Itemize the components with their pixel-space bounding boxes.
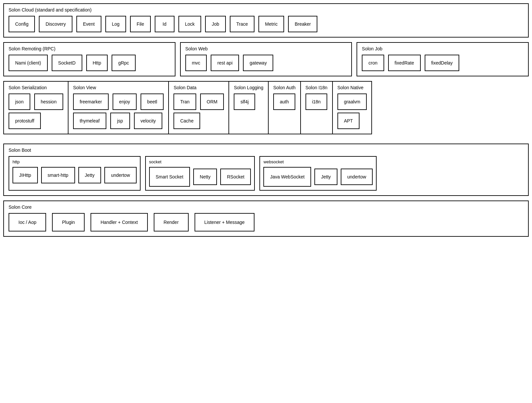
- solon-job-items: cron fixedRate fixedDelay: [362, 55, 523, 71]
- item-hession: hession: [34, 94, 63, 110]
- solon-data-title: Solon Data: [173, 85, 224, 90]
- item-mvc: mvc: [185, 55, 207, 71]
- item-fixedrate: fixedRate: [388, 55, 421, 71]
- item-json: json: [9, 94, 30, 110]
- boot-websocket-items: Java WebSocket Jetty undertow: [263, 167, 373, 187]
- solon-remoting-section: Solon Remoting (RPC) Nami (client) Socke…: [3, 42, 175, 76]
- item-jsp: jsp: [110, 113, 130, 129]
- item-i18n: i18n: [306, 94, 327, 110]
- item-http: Http: [86, 55, 108, 71]
- boot-socket-title: socket: [149, 159, 251, 164]
- solon-web-section: Solon Web mvc rest api gateway: [180, 42, 352, 76]
- solon-boot-groups: http JIHttp smart-http Jetty undertow so…: [9, 156, 523, 191]
- solon-serialization-section: Solon Serialization json hession protost…: [3, 81, 68, 134]
- item-smart-http: smart-http: [41, 167, 75, 183]
- solon-view-items: freemarker enjoy beetl thymeleaf jsp vel…: [73, 94, 164, 129]
- item-auth: auth: [273, 94, 295, 110]
- solon-native-title: Solon Native: [337, 85, 367, 90]
- item-undertow-http: undertow: [104, 167, 137, 183]
- solon-core-section: Solon Core Ioc / Aop Plugin Handler + Co…: [3, 201, 529, 237]
- solon-job-section: Solon Job cron fixedRate fixedDelay: [357, 42, 529, 76]
- boot-http-title: http: [13, 159, 137, 164]
- solon-data-items: Tran ORM Cache: [173, 94, 224, 129]
- solon-view-section: Solon View freemarker enjoy beetl thymel…: [68, 81, 169, 134]
- item-undertow-ws: undertow: [341, 169, 373, 185]
- item-jihttp: JIHttp: [13, 167, 38, 183]
- item-jetty-http: Jetty: [78, 167, 101, 183]
- solon-logging-title: Solon Logging: [234, 85, 263, 90]
- item-velocity: velocity: [134, 113, 163, 129]
- item-socketd: SocketD: [52, 55, 82, 71]
- item-restapi: rest api: [211, 55, 239, 71]
- item-lock: Lock: [178, 16, 201, 32]
- solon-serialization-title: Solon Serialization: [9, 85, 63, 90]
- item-handler-context: Handler + Context: [91, 213, 147, 231]
- boot-http-items: JIHttp smart-http Jetty undertow: [13, 167, 137, 183]
- item-render: Render: [154, 213, 189, 231]
- item-java-websocket: Java WebSocket: [263, 167, 311, 187]
- item-cache: Cache: [173, 113, 200, 129]
- solon-native-section: Solon Native graalvm APT: [332, 81, 372, 134]
- boot-websocket-title: websocket: [263, 159, 373, 164]
- row2-container: Solon Remoting (RPC) Nami (client) Socke…: [3, 42, 529, 76]
- solon-view-title: Solon View: [73, 85, 164, 90]
- solon-remoting-items: Nami (client) SocketD Http gRpc: [9, 55, 170, 71]
- item-gateway: gateway: [243, 55, 273, 71]
- item-config: Config: [9, 16, 35, 32]
- item-protostuff: protostuff: [9, 113, 41, 129]
- item-job: Job: [205, 16, 226, 32]
- item-rsocket: RSocket: [220, 169, 251, 185]
- item-beetl: beetl: [141, 94, 164, 110]
- item-file: File: [130, 16, 151, 32]
- item-cron: cron: [362, 55, 384, 71]
- item-id: Id: [155, 16, 174, 32]
- item-tran: Tran: [173, 94, 196, 110]
- item-nami: Nami (client): [9, 55, 48, 71]
- solon-core-title: Solon Core: [9, 204, 523, 210]
- boot-http-group: http JIHttp smart-http Jetty undertow: [9, 156, 141, 191]
- solon-i18n-section: Solon I18n i18n: [300, 81, 332, 134]
- solon-boot-title: Solon Boot: [9, 148, 523, 153]
- boot-websocket-group: websocket Java WebSocket Jetty undertow: [259, 156, 377, 191]
- solon-i18n-items: i18n: [306, 94, 328, 110]
- item-ioc-aop: Ioc / Aop: [9, 213, 46, 231]
- solon-logging-section: Solon Logging slf4j: [228, 81, 268, 134]
- solon-cloud-items: Config Discovery Event Log File Id Lock …: [9, 16, 523, 32]
- solon-logging-items: slf4j: [234, 94, 263, 110]
- solon-auth-items: auth: [273, 94, 296, 110]
- item-graalvm: graalvm: [337, 94, 367, 110]
- item-jetty-ws: Jetty: [314, 169, 337, 185]
- solon-serialization-items: json hession protostuff: [9, 94, 63, 129]
- boot-socket-items: Smart Socket Netty RSocket: [149, 167, 251, 187]
- item-event: Event: [76, 16, 101, 32]
- solon-data-section: Solon Data Tran ORM Cache: [168, 81, 228, 134]
- item-metric: Metric: [258, 16, 284, 32]
- solon-cloud-section: Solon Cloud (standard and specification)…: [3, 3, 529, 38]
- solon-native-items: graalvm APT: [337, 94, 367, 129]
- solon-cloud-title: Solon Cloud (standard and specification): [9, 7, 523, 13]
- solon-job-title: Solon Job: [362, 46, 523, 51]
- solon-boot-section: Solon Boot http JIHttp smart-http Jetty …: [3, 144, 529, 196]
- item-fixeddelay: fixedDelay: [425, 55, 459, 71]
- solon-web-title: Solon Web: [185, 46, 347, 51]
- item-listener-message: Listener + Message: [195, 213, 255, 231]
- item-discovery: Discovery: [39, 16, 72, 32]
- solon-auth-title: Solon Auth: [273, 85, 296, 90]
- item-plugin: Plugin: [52, 213, 85, 231]
- item-freemarker: freemarker: [73, 94, 109, 110]
- item-apt: APT: [337, 113, 359, 129]
- item-netty: Netty: [193, 169, 217, 185]
- solon-auth-section: Solon Auth auth: [268, 81, 300, 134]
- row3-outer: Solon Serialization json hession protost…: [3, 81, 529, 139]
- solon-core-items: Ioc / Aop Plugin Handler + Context Rende…: [9, 213, 523, 231]
- item-trace: Trace: [230, 16, 254, 32]
- item-log: Log: [105, 16, 126, 32]
- item-enjoy: enjoy: [113, 94, 137, 110]
- solon-web-items: mvc rest api gateway: [185, 55, 347, 71]
- item-breaker: Breaker: [288, 16, 317, 32]
- item-grpc: gRpc: [112, 55, 136, 71]
- boot-socket-group: socket Smart Socket Netty RSocket: [145, 156, 255, 191]
- solon-remoting-title: Solon Remoting (RPC): [9, 46, 170, 51]
- item-smart-socket: Smart Socket: [149, 167, 190, 187]
- item-slf4j: slf4j: [234, 94, 255, 110]
